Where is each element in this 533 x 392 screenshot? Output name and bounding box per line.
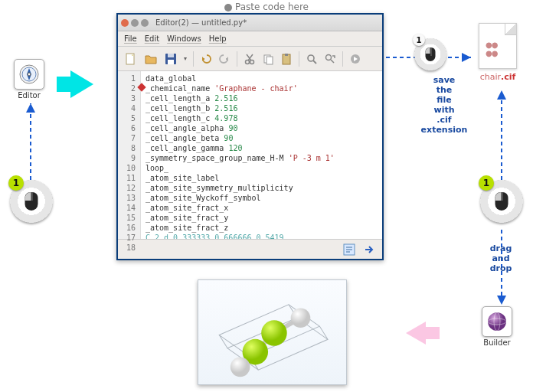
run-icon[interactable]: [349, 53, 361, 65]
svg-point-14: [326, 54, 332, 60]
svg-point-13: [308, 55, 314, 61]
statusbar: [118, 239, 382, 259]
drag-annotation: drag and drop: [482, 243, 520, 273]
file-page-icon: ●●●●: [479, 23, 517, 69]
editor-app-icon[interactable]: Editor: [11, 59, 47, 100]
pink-arrow-icon: [406, 322, 426, 345]
save-icon[interactable]: [164, 52, 178, 66]
undo-icon[interactable]: [200, 53, 212, 65]
builder-app-icon[interactable]: Builder: [479, 306, 515, 347]
svg-rect-10: [266, 57, 273, 64]
open-folder-icon[interactable]: [144, 52, 158, 66]
mouse-click-badge-left: 1: [10, 180, 53, 223]
file-name: chair.cif: [475, 72, 521, 82]
status-doc-icon[interactable]: [342, 243, 356, 256]
svg-point-17: [488, 312, 506, 331]
builder-sphere-icon: [482, 306, 512, 337]
menu-edit[interactable]: Edit: [145, 34, 159, 43]
cut-icon[interactable]: [244, 53, 256, 65]
maximize-icon[interactable]: [141, 19, 149, 27]
code-area[interactable]: 123456789101112131415161718 data_global_…: [118, 71, 382, 239]
find-icon[interactable]: [306, 53, 318, 65]
svg-point-26: [231, 358, 250, 377]
cif-file-icon[interactable]: ●●●● chair.cif: [475, 23, 521, 82]
menu-windows[interactable]: Windows: [167, 34, 201, 43]
editor-label: Editor: [11, 91, 47, 100]
replace-icon[interactable]: [324, 53, 336, 65]
mouse-click-badge-save: 1: [414, 38, 446, 70]
titlebar: Editor(2) — untitled.py*: [118, 15, 382, 31]
menubar: File Edit Windows Help: [118, 31, 382, 47]
menu-file[interactable]: File: [124, 34, 137, 43]
window-title: Editor(2) — untitled.py*: [155, 18, 247, 27]
toolbar: ▾: [118, 47, 382, 71]
svg-point-23: [261, 320, 287, 346]
cyan-arrow-icon: [70, 70, 93, 98]
molecule-view[interactable]: [198, 279, 347, 385]
save-annotation: save the file with .cif extension: [417, 75, 471, 135]
molecule-render: [198, 280, 346, 384]
badge-number: 1: [8, 175, 24, 191]
svg-rect-6: [168, 60, 174, 64]
svg-point-25: [291, 308, 311, 328]
line-gutter: 123456789101112131415161718: [118, 71, 141, 239]
copy-icon[interactable]: [262, 53, 274, 65]
code-text[interactable]: data_global_chemical_name 'Graphane - ch…: [141, 71, 382, 239]
minimize-icon[interactable]: [131, 19, 139, 27]
badge-number: 1: [479, 175, 494, 191]
mouse-click-badge-right: 1: [480, 180, 523, 223]
forward-arrow-icon[interactable]: [362, 243, 376, 256]
paste-icon[interactable]: [280, 53, 293, 65]
paste-code-hint: Paste code here: [224, 2, 309, 12]
save-dropdown-icon[interactable]: ▾: [184, 55, 187, 62]
svg-point-2: [28, 73, 31, 76]
editor-window: Editor(2) — untitled.py* File Edit Windo…: [116, 13, 384, 260]
menu-help[interactable]: Help: [209, 34, 227, 43]
svg-rect-5: [168, 54, 174, 57]
close-icon[interactable]: [121, 19, 129, 27]
badge-number: 1: [413, 34, 425, 46]
new-file-icon[interactable]: [124, 52, 138, 66]
builder-label: Builder: [479, 338, 515, 347]
svg-rect-12: [285, 54, 288, 56]
redo-icon[interactable]: [218, 53, 231, 65]
compass-icon: [14, 59, 44, 90]
